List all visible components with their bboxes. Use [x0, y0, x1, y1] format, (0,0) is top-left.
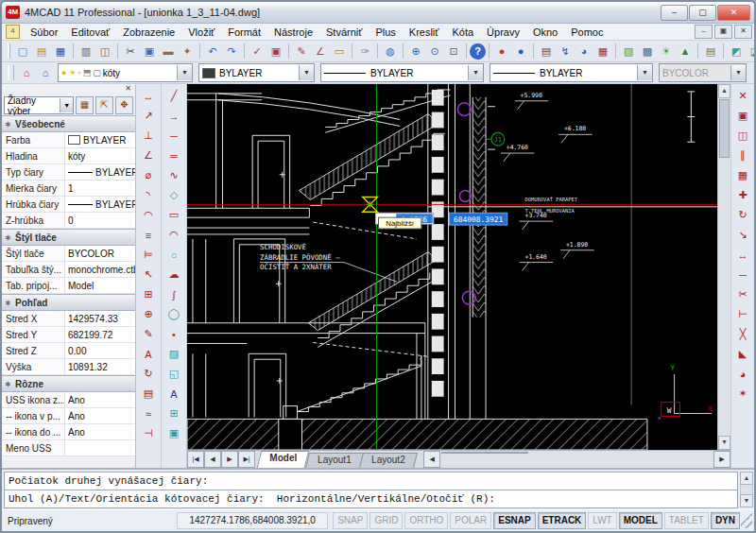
collapse-icon[interactable]: ∗	[5, 233, 11, 242]
toggle-tablet[interactable]: TABLET	[664, 512, 709, 529]
property-value[interactable]: 0	[65, 215, 135, 226]
lengthen-icon[interactable]: ─	[733, 266, 752, 284]
resize-grip[interactable]	[741, 513, 752, 528]
line-icon[interactable]: ╱	[164, 87, 183, 105]
zoom-dynamic-icon[interactable]: ⊙	[425, 43, 444, 60]
menu-stvarnit[interactable]: Stvárniť	[319, 26, 369, 39]
property-value[interactable]: BYLAYER	[65, 199, 135, 210]
break-icon[interactable]: ╳	[733, 325, 752, 343]
freehand-dimension-icon[interactable]: ✎	[292, 43, 311, 60]
leader-icon[interactable]: ↖	[139, 266, 158, 284]
maximize-button[interactable]: ▢	[689, 5, 716, 21]
linear-dimension-icon[interactable]: ↔	[139, 87, 158, 105]
scroll-up-icon[interactable]: ▲	[740, 472, 753, 485]
image-insert-icon[interactable]: ▨	[619, 43, 638, 60]
scroll-down-icon[interactable]: ▼	[718, 436, 730, 450]
chevron-down-icon[interactable]: ▼	[177, 65, 192, 80]
menu-plus[interactable]: Plus	[369, 26, 402, 39]
radius-dimension-icon[interactable]: ◝	[139, 186, 158, 204]
diameter-dimension-icon[interactable]: ⌀	[139, 166, 158, 184]
insert-block-icon[interactable]: ▣	[164, 424, 183, 442]
chevron-down-icon[interactable]: ▼	[637, 65, 652, 80]
print-icon[interactable]: ▥	[77, 43, 95, 60]
command-scrollbar[interactable]: ▲ ▼	[739, 470, 754, 509]
ruler-icon[interactable]: ▭	[330, 43, 349, 60]
menu-pomoc[interactable]: Pomoc	[564, 26, 610, 39]
scroll-up-icon[interactable]: ▲	[718, 84, 730, 98]
tab-next-icon[interactable]: ▶	[221, 451, 238, 468]
copy-object-icon[interactable]: ▣	[733, 107, 752, 125]
scroll-down-icon[interactable]: ▼	[740, 494, 753, 507]
tab-layout1[interactable]: Layout1	[305, 453, 364, 468]
print-preview-icon[interactable]: ◫	[95, 43, 114, 60]
vertical-scrollbar[interactable]: ▲ ▼	[717, 84, 730, 450]
menu-vlozit[interactable]: Vložiť	[181, 26, 221, 39]
menu-upravy[interactable]: Úpravy	[480, 26, 526, 39]
section-header[interactable]: ∗Všeobecné	[2, 115, 135, 132]
explode-icon[interactable]: ✶	[733, 385, 752, 403]
help-icon[interactable]: ?	[470, 43, 486, 60]
copy-icon[interactable]: ▣	[140, 43, 159, 60]
menu-okno[interactable]: Okno	[526, 26, 564, 39]
dimension-update-icon[interactable]: ↻	[139, 365, 158, 383]
erase-icon[interactable]: ✕	[733, 87, 752, 105]
offset-icon[interactable]: ∥	[733, 146, 752, 164]
toggle-esnap[interactable]: ESNAP	[493, 512, 535, 529]
scale-icon[interactable]: ↘	[733, 226, 752, 244]
chevron-down-icon[interactable]: ▼	[468, 65, 483, 80]
toolbar-grip[interactable]	[8, 65, 14, 80]
scroll-left-icon[interactable]: ◀	[423, 451, 440, 468]
fillet-icon[interactable]: ◕	[733, 365, 752, 383]
tab-prev-icon[interactable]: ◀	[204, 451, 221, 468]
dimension-text-edit-icon[interactable]: A	[139, 345, 158, 363]
command-prompt-line[interactable]: Uhol (A)/Text/Orientácia kótovacej čiary…	[4, 490, 738, 508]
chevron-down-icon[interactable]: ▼	[60, 98, 73, 112]
menu-kreslit[interactable]: Kresliť	[403, 26, 446, 39]
property-value[interactable]: monochrome.ctb	[65, 265, 135, 275]
select-objects-button[interactable]: ⇱	[95, 96, 113, 114]
revision-cloud-icon[interactable]: ☁	[164, 266, 183, 284]
zoom-in-icon[interactable]: ⊕	[406, 43, 425, 60]
tolerance-icon[interactable]: ⊞	[139, 285, 158, 303]
stamp-icon[interactable]: ▣	[266, 43, 285, 60]
toolbar-grip[interactable]	[8, 43, 10, 59]
selection-combo[interactable]: Žiadny výber ▼	[4, 96, 74, 114]
panel-close-icon[interactable]: ✕	[125, 84, 131, 93]
polyline-icon[interactable]: ∿	[164, 166, 183, 184]
chevron-down-icon[interactable]: ▼	[299, 65, 314, 80]
toggle-etrack[interactable]: ETRACK	[538, 512, 587, 529]
drawing-canvas[interactable]: J1 +5.990+6.180+4.760+3.740+1.890+1.640 …	[187, 84, 717, 450]
scroll-thumb[interactable]	[719, 99, 730, 158]
property-value[interactable]: BYCOLOR	[65, 249, 135, 259]
cut-icon[interactable]: ✂	[121, 43, 140, 60]
lineweight-combo[interactable]: BYLAYER ▼	[490, 63, 653, 82]
minimize-button[interactable]: –	[661, 5, 688, 21]
menu-subor[interactable]: Súbor	[24, 26, 64, 39]
mdi-close-button[interactable]: ✕	[734, 25, 752, 39]
menu-kota[interactable]: Kóta	[445, 26, 480, 39]
layer-color-swatch[interactable]: ▢	[93, 68, 101, 77]
web-browser-icon[interactable]: ◍	[381, 43, 400, 60]
roof-tool-icon[interactable]: ⌂	[17, 64, 36, 82]
baseline-dimension-icon[interactable]: ≡	[139, 226, 158, 244]
document-icon[interactable]: 4	[6, 25, 20, 39]
aligned-dimension-icon[interactable]: ↗	[139, 107, 158, 125]
menu-editovat[interactable]: Editovať	[64, 26, 116, 39]
hatch-icon[interactable]: ▨	[164, 345, 183, 363]
mdi-minimize-button[interactable]: –	[695, 25, 713, 39]
bulb-icon[interactable]: ●	[61, 68, 66, 77]
text-icon[interactable]: A	[164, 385, 183, 403]
window-tool-icon[interactable]: ⌂	[36, 64, 55, 82]
animation-icon[interactable]: ▤	[537, 43, 556, 60]
center-mark-icon[interactable]: ⊕	[139, 305, 158, 323]
property-value[interactable]: 1429574.33	[65, 314, 135, 324]
render-window-icon[interactable]: ▦	[593, 43, 612, 60]
color-combo[interactable]: BYLAYER ▼	[198, 63, 315, 82]
chamfer-icon[interactable]: ◣	[733, 345, 752, 363]
menu-nastroje[interactable]: Nástroje	[267, 26, 319, 39]
close-button[interactable]: ✕	[717, 5, 750, 21]
format-painter-icon[interactable]: ✦	[178, 43, 197, 60]
toggle-snap[interactable]: SNAP	[333, 512, 368, 529]
construction-line-icon[interactable]: ─	[164, 127, 183, 145]
open-icon[interactable]: ▤	[32, 43, 51, 60]
